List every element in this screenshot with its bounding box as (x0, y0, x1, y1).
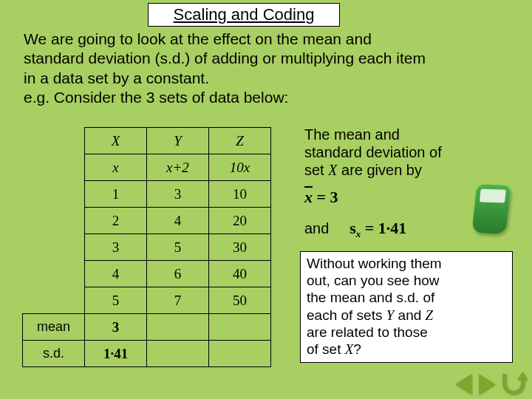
question-box: Without working them out, can you see ho… (300, 251, 513, 363)
expr-z: 10x (209, 154, 271, 181)
intro-text: We are going to look at the effect on th… (24, 30, 517, 107)
next-slide-icon[interactable] (479, 374, 495, 395)
row-header-sd: s.d. (23, 341, 85, 367)
table-row: mean 3 (23, 314, 271, 341)
mean-x: 3 (85, 314, 147, 341)
row-header-mean: mean (23, 314, 85, 341)
slide-nav (455, 374, 525, 395)
col-header-z: Z (209, 128, 271, 154)
table-row: 1310 (23, 181, 271, 208)
expr-y: x+2 (147, 154, 209, 181)
calculator-icon (474, 185, 519, 244)
intro-line: e.g. Consider the 3 sets of data below: (24, 89, 288, 106)
expr-x: x (85, 154, 147, 181)
table-row: 2420 (23, 208, 271, 234)
formula-sd: sx = 1·41 (349, 219, 406, 237)
col-header-x: X (85, 128, 147, 154)
and-text: and sx = 1·41 (304, 219, 406, 240)
intro-line: standard deviation (s.d.) of adding or m… (24, 50, 426, 66)
table-row: x x+2 10x (23, 154, 271, 181)
slide-title: Scaling and Coding (148, 3, 340, 27)
data-table: X Y Z x x+2 10x 1310 2420 3530 4640 5750… (22, 127, 271, 367)
table-row: 4640 (23, 261, 271, 287)
table-row: X Y Z (23, 128, 271, 154)
intro-line: We are going to look at the effect on th… (24, 30, 372, 47)
sd-x: 1·41 (85, 341, 147, 367)
return-icon[interactable] (502, 374, 525, 395)
prev-slide-icon[interactable] (455, 374, 471, 395)
table-row: 3530 (23, 234, 271, 261)
col-header-y: Y (147, 128, 209, 154)
intro-line: in a data set by a constant. (24, 69, 209, 86)
table-row: s.d. 1·41 (23, 341, 271, 367)
table-row: 5750 (23, 287, 271, 314)
